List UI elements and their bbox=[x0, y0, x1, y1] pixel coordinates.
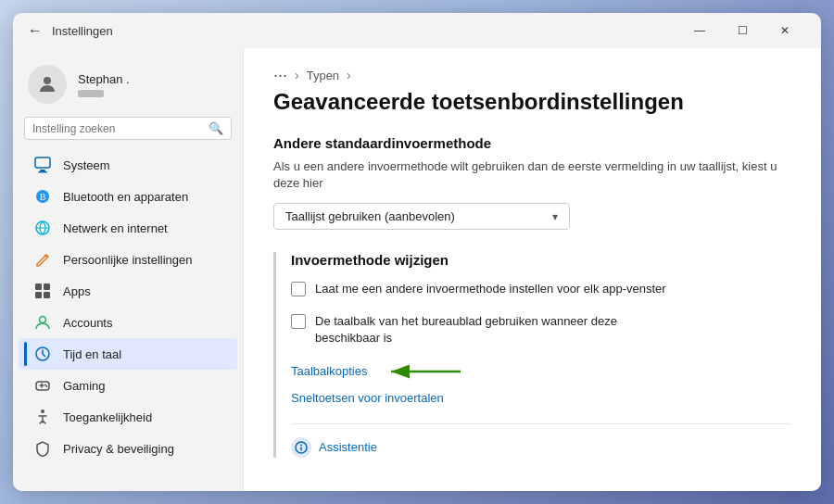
user-subtitle bbox=[78, 90, 104, 97]
tijdentaal-icon bbox=[33, 345, 52, 363]
sidebar-item-persoonlijk[interactable]: Persoonlijke instellingen bbox=[19, 244, 237, 275]
svg-point-19 bbox=[300, 444, 302, 446]
persoonlijk-icon bbox=[33, 250, 52, 269]
user-info: Stephan . bbox=[78, 72, 130, 97]
avatar bbox=[28, 65, 67, 104]
checkbox2-label: De taalbalk van het bureaublad gebruiken… bbox=[315, 313, 617, 346]
svg-rect-2 bbox=[40, 170, 45, 171]
svg-rect-8 bbox=[35, 292, 42, 298]
taalbalkopties-row: Taalbalkopties bbox=[291, 361, 791, 382]
dropdown-label: Taallijst gebruiken (aanbevolen) bbox=[285, 209, 552, 223]
svg-rect-1 bbox=[35, 158, 50, 168]
sidebar-label-apps: Apps bbox=[63, 284, 91, 298]
minimize-button[interactable]: — bbox=[678, 16, 721, 45]
maximize-button[interactable]: ☐ bbox=[721, 16, 764, 45]
svg-rect-20 bbox=[300, 447, 302, 450]
apps-icon bbox=[33, 282, 52, 300]
window-controls: — ☐ ✕ bbox=[678, 16, 806, 45]
main-content: ··· › Typen › Geavanceerde toetsenbordin… bbox=[243, 48, 821, 491]
svg-point-14 bbox=[46, 385, 48, 387]
breadcrumb-sep1: › bbox=[295, 68, 299, 82]
checkbox-per-app[interactable] bbox=[291, 282, 306, 296]
section2-title: Invoermethode wijzigen bbox=[291, 252, 791, 268]
titlebar: ← Instellingen — ☐ ✕ bbox=[13, 13, 821, 48]
back-button[interactable]: ← bbox=[28, 22, 43, 39]
sidebar-label-tijdentaal: Tijd en taal bbox=[63, 347, 121, 361]
netwerk-icon bbox=[33, 219, 52, 237]
sneltoetsen-link[interactable]: Sneltoetsen voor invoertalen bbox=[291, 391, 444, 405]
section1-title: Andere standaardinvoermethode bbox=[273, 135, 791, 151]
sidebar-item-tijdentaal[interactable]: Tijd en taal bbox=[19, 338, 237, 370]
sidebar-item-systeem[interactable]: Systeem bbox=[19, 149, 237, 181]
sidebar-item-privacy[interactable]: Privacy & beveiliging bbox=[19, 433, 237, 464]
sidebar-item-apps[interactable]: Apps bbox=[19, 275, 237, 307]
breadcrumb-dots[interactable]: ··· bbox=[273, 67, 287, 83]
svg-text:B: B bbox=[40, 192, 46, 202]
sidebar-item-netwerk[interactable]: Netwerk en internet bbox=[19, 212, 237, 244]
bluetooth-icon: B bbox=[33, 187, 52, 206]
sidebar-label-toegankelijkheid: Toegankelijkheid bbox=[63, 410, 152, 424]
sidebar-item-bluetooth[interactable]: B Bluetooth en apparaten bbox=[19, 181, 237, 212]
breadcrumb-item1[interactable]: Typen bbox=[307, 69, 339, 82]
svg-rect-7 bbox=[44, 284, 50, 290]
chevron-down-icon: ▾ bbox=[552, 210, 558, 223]
sidebar-item-gaming[interactable]: Gaming bbox=[19, 370, 237, 401]
section1-desc: Als u een andere invoermethode wilt gebr… bbox=[273, 158, 791, 192]
svg-rect-9 bbox=[44, 292, 50, 298]
sidebar-label-bluetooth: Bluetooth en apparaten bbox=[63, 190, 188, 204]
systeem-icon bbox=[33, 156, 52, 174]
breadcrumb: ··· › Typen › bbox=[273, 67, 791, 83]
close-button[interactable]: ✕ bbox=[764, 16, 806, 45]
toegankelijkheid-icon bbox=[33, 408, 52, 426]
input-method-dropdown[interactable]: Taallijst gebruiken (aanbevolen) ▾ bbox=[273, 203, 570, 230]
checkbox-taalbalk[interactable] bbox=[291, 314, 306, 329]
sneltoetsen-row: Sneltoetsen voor invoertalen bbox=[291, 391, 791, 405]
settings-window: ← Instellingen — ☐ ✕ Stephan . bbox=[13, 13, 821, 491]
svg-point-15 bbox=[41, 410, 44, 413]
sidebar-label-privacy: Privacy & beveiliging bbox=[63, 442, 174, 456]
search-input[interactable] bbox=[32, 122, 203, 135]
sidebar-item-toegankelijkheid[interactable]: Toegankelijkheid bbox=[19, 401, 237, 433]
breadcrumb-sep2: › bbox=[347, 68, 351, 82]
search-icon: 🔍 bbox=[208, 121, 223, 135]
green-arrow-annotation bbox=[382, 361, 465, 382]
svg-rect-3 bbox=[38, 171, 47, 173]
assistentie-label[interactable]: Assistentie bbox=[319, 440, 377, 454]
svg-rect-6 bbox=[35, 284, 42, 290]
section-standard-input: Andere standaardinvoermethode Als u een … bbox=[273, 135, 791, 230]
accounts-icon bbox=[33, 313, 52, 332]
svg-point-0 bbox=[44, 77, 51, 84]
privacy-icon bbox=[33, 439, 52, 458]
search-box[interactable]: 🔍 bbox=[24, 117, 232, 140]
sidebar-label-persoonlijk: Persoonlijke instellingen bbox=[63, 253, 192, 267]
sidebar-label-netwerk: Netwerk en internet bbox=[63, 221, 168, 235]
gaming-icon bbox=[33, 376, 52, 395]
assistentie-row: Assistentie bbox=[291, 423, 791, 458]
page-title: Geavanceerde toetsenbordinstellingen bbox=[273, 89, 791, 115]
user-section: Stephan . bbox=[13, 56, 243, 117]
assistentie-icon bbox=[291, 437, 311, 458]
window-title: Instellingen bbox=[52, 24, 113, 38]
taalbalkopties-link[interactable]: Taalbalkopties bbox=[291, 364, 367, 378]
user-name: Stephan . bbox=[78, 72, 130, 86]
section-change-input: Invoermethode wijzigen Laat me een ander… bbox=[273, 252, 791, 458]
sidebar-label-accounts: Accounts bbox=[63, 316, 112, 330]
svg-point-10 bbox=[40, 317, 46, 323]
content-area: Stephan . 🔍 Systeem bbox=[13, 48, 821, 491]
svg-point-13 bbox=[44, 384, 46, 386]
checkbox-row-1: Laat me een andere invoermethode instell… bbox=[291, 281, 791, 297]
sidebar-item-accounts[interactable]: Accounts bbox=[19, 307, 237, 338]
checkbox1-label: Laat me een andere invoermethode instell… bbox=[315, 281, 666, 297]
sidebar: Stephan . 🔍 Systeem bbox=[13, 48, 243, 491]
sidebar-label-gaming: Gaming bbox=[63, 379, 106, 393]
sidebar-label-systeem: Systeem bbox=[63, 158, 110, 172]
checkbox-row-2: De taalbalk van het bureaublad gebruiken… bbox=[291, 313, 791, 346]
